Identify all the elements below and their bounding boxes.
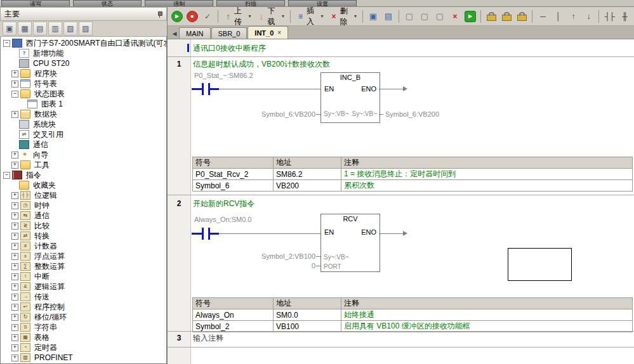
tree-item-cpu[interactable]: CPU ST20 xyxy=(1,58,166,68)
draw-line-down-button[interactable]: ↓ xyxy=(581,10,595,23)
ribbon-group-button[interactable]: 设置 xyxy=(288,0,357,7)
address-cell[interactable]: VB200 xyxy=(274,180,341,192)
expand-icon[interactable]: + xyxy=(11,223,18,230)
lock-3-button[interactable] xyxy=(515,10,529,23)
table-row[interactable]: Symbol_6 VB200 累积次数 xyxy=(193,180,633,192)
tree-item-table-instructions[interactable]: +▦表格 xyxy=(1,332,166,342)
column-header-symbol[interactable]: 符号 xyxy=(193,157,274,169)
insert-contact-button[interactable]: ┤├ xyxy=(602,10,616,23)
lock-2-button[interactable] xyxy=(499,10,513,23)
expand-icon[interactable]: + xyxy=(11,243,18,250)
expand-icon[interactable]: + xyxy=(11,304,18,311)
pin-icon[interactable] xyxy=(157,11,162,17)
symbol-table-2[interactable]: 符号 地址 注释 Always_On SM0.0 始终接通 Symbol_2 V… xyxy=(192,297,633,332)
network-1-contact-operand[interactable]: P0_Stat_~:SM86.2 xyxy=(194,72,253,79)
comment-cell[interactable]: 始终接通 xyxy=(341,309,633,321)
insert-coil-button[interactable]: ╫ xyxy=(617,10,631,23)
tree-item-logic-operations[interactable]: +&逻辑运算 xyxy=(1,282,166,292)
tab-close-icon[interactable]: × xyxy=(277,29,281,36)
tree-item-profinet[interactable]: +▥PROFINET xyxy=(1,353,166,363)
symbol-table-view-icon[interactable]: ▦ xyxy=(18,22,32,36)
expand-icon[interactable]: + xyxy=(11,70,18,77)
network-1-title[interactable]: 信息超时默认成功，VB200计数接收次数 xyxy=(193,59,330,70)
tree-item-counters[interactable]: +#计数器 xyxy=(1,241,166,251)
tree-item-interrupt[interactable]: +!中断 xyxy=(1,271,166,282)
tree-item-symbol-table[interactable]: +符号表 xyxy=(1,79,166,89)
rcv-box[interactable]: RCV EN ENO Sy~:VB~ PORT xyxy=(320,214,380,272)
collapse-icon[interactable]: − xyxy=(11,91,18,98)
comment-cell[interactable]: 1 = 接收消息终止：定时器时间到 xyxy=(341,169,633,180)
ladder-editor[interactable]: 通讯口0接收中断程序 1 信息超时默认成功，VB200计数接收次数 P0_Sta… xyxy=(168,39,634,364)
column-header-comment[interactable]: 注释 xyxy=(341,298,633,309)
data-block-view-icon[interactable]: ▥ xyxy=(48,22,62,36)
tree-item-float-math[interactable]: +±浮点运算 xyxy=(1,251,166,261)
tree-item-shift-rotate[interactable]: +↻移位/循环 xyxy=(1,312,166,322)
routine-comment[interactable]: 通讯口0接收中断程序 xyxy=(193,43,266,54)
wire-segment[interactable] xyxy=(192,233,202,235)
bookmark-toggle-button[interactable]: ▣ xyxy=(366,10,380,23)
column-header-address[interactable]: 地址 xyxy=(274,298,341,309)
draw-vertical-line-button[interactable]: │ xyxy=(551,10,565,23)
in-operand[interactable]: Symbol_6:VB200 xyxy=(260,110,315,118)
ribbon-group-button[interactable]: 扫描 xyxy=(216,0,285,7)
window-view-2-button[interactable]: ▢ xyxy=(418,10,432,23)
column-header-address[interactable]: 地址 xyxy=(274,157,341,169)
window-view-1-button[interactable]: ▢ xyxy=(402,10,416,23)
output-window-icon[interactable]: ▨ xyxy=(79,22,93,36)
project-tree[interactable]: −西门子S7-200SMART自由口通讯测试(可发?新增功能CPU ST20+程… xyxy=(0,37,167,364)
expand-icon[interactable]: + xyxy=(11,283,18,290)
ribbon-group-button[interactable]: 读写 xyxy=(1,0,70,7)
tbl-operand[interactable]: Symbol_2:VB100 xyxy=(260,252,315,260)
wire-segment[interactable] xyxy=(210,88,219,90)
address-cell[interactable]: SM86.2 xyxy=(274,169,341,180)
comment-cell[interactable]: 累积次数 xyxy=(341,180,633,192)
lock-1-button[interactable] xyxy=(484,10,498,23)
symbol-cell[interactable]: P0_Stat_Rcv_2 xyxy=(193,169,274,180)
tree-item-favorites[interactable]: 收藏夹 xyxy=(1,180,166,190)
tree-item-string[interactable]: +S字符串 xyxy=(1,322,166,332)
delete-button[interactable]: ×删除▾ xyxy=(327,10,360,23)
expand-icon[interactable]: + xyxy=(11,233,18,240)
column-header-comment[interactable]: 注释 xyxy=(341,157,633,169)
inc-b-box[interactable]: INC_B EN ENO Sy~:VB~ Sy~:VB~ xyxy=(320,72,380,123)
collapse-icon[interactable]: − xyxy=(3,172,10,179)
tree-item-cross-reference[interactable]: ⇄交叉引用 xyxy=(1,129,166,140)
expand-icon[interactable]: + xyxy=(11,212,18,219)
ribbon-group-button[interactable]: 状态 xyxy=(73,0,142,7)
tree-item-system-block[interactable]: 系统块 xyxy=(1,119,166,129)
bookmark-next-button[interactable]: ▤ xyxy=(381,10,395,23)
expand-icon[interactable]: + xyxy=(11,294,18,301)
wire-segment[interactable] xyxy=(210,233,219,235)
table-row[interactable]: Always_On SM0.0 始终接通 xyxy=(193,309,633,321)
out-operand[interactable]: Symbol_6:VB200 xyxy=(385,110,439,118)
tree-item-comm-instructions[interactable]: +⇆通信 xyxy=(1,211,166,221)
run-button[interactable]: ▶ xyxy=(170,10,184,23)
status-chart-view-icon[interactable]: ▤ xyxy=(33,22,47,36)
contact-left-bar[interactable] xyxy=(202,83,204,95)
tree-item-instructions[interactable]: −指令 xyxy=(1,170,166,180)
wire-segment[interactable] xyxy=(192,88,202,90)
tree-item-convert[interactable]: +⇄转换 xyxy=(1,231,166,241)
program-status-button[interactable]: ▶ xyxy=(463,10,477,23)
table-row[interactable]: P0_Stat_Rcv_2 SM86.2 1 = 接收消息终止：定时器时间到 xyxy=(193,169,633,180)
expand-icon[interactable]: + xyxy=(11,162,18,169)
contact-left-bar[interactable] xyxy=(202,228,204,240)
expand-icon[interactable]: + xyxy=(11,111,18,118)
compile-button[interactable]: ✓ xyxy=(201,10,215,23)
expand-icon[interactable]: + xyxy=(11,263,18,270)
tree-item-whats-new[interactable]: ?新增功能 xyxy=(1,48,166,58)
expand-icon[interactable]: + xyxy=(11,324,18,331)
tree-item-tools[interactable]: +工具 xyxy=(1,160,166,170)
tab-int0[interactable]: INT_0 × xyxy=(248,26,288,39)
symbol-cell[interactable]: Symbol_2 xyxy=(193,321,274,332)
upload-button[interactable]: ↑上传▾ xyxy=(221,10,254,23)
address-cell[interactable]: SM0.0 xyxy=(274,309,341,321)
collapse-icon[interactable]: − xyxy=(3,40,10,47)
expand-icon[interactable]: + xyxy=(11,202,18,209)
column-header-symbol[interactable]: 符号 xyxy=(193,298,274,309)
address-cell[interactable]: VB100 xyxy=(274,321,341,332)
tree-item-chart-1[interactable]: 图表 1 xyxy=(1,99,166,109)
network-2-number[interactable]: 2 xyxy=(168,199,190,208)
tab-scroll-left-icon[interactable]: ◀ xyxy=(170,29,179,39)
window-close-button[interactable]: × xyxy=(448,10,462,23)
